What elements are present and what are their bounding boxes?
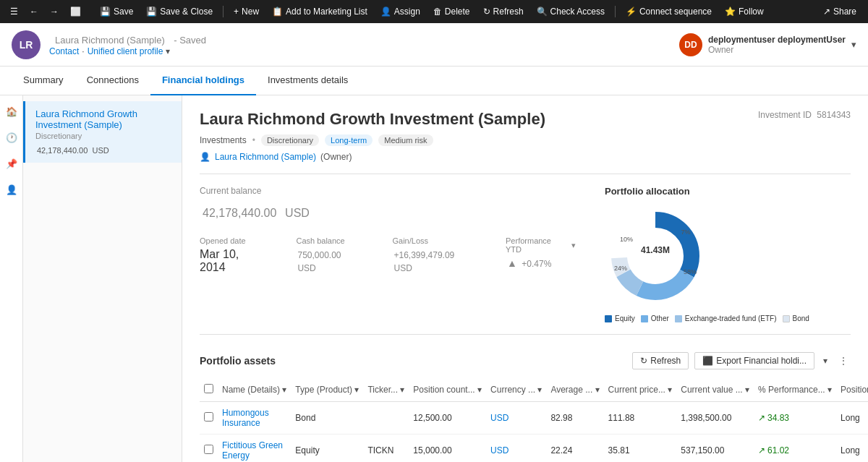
tag-medium-risk: Medium risk	[378, 134, 433, 146]
svg-text:41.43M: 41.43M	[641, 245, 670, 255]
toolbar-right: ↗ Share	[817, 4, 862, 20]
assets-table-body: Humongous Insurance Bond 12,500.00 USD 8…	[200, 402, 868, 463]
tab-financial-holdings[interactable]: Financial holdings	[150, 67, 256, 95]
row-position-0: 12,500.00	[409, 402, 486, 435]
metric-cash-balance: Cash balance 750,000.00 USD	[296, 236, 363, 274]
metric-perf-ytd: Performance YTD ▾ ▲ +0.47%	[506, 236, 576, 274]
row-average-1: 22.24	[546, 435, 603, 463]
list-item[interactable]: Laura Richmond Growth Investment (Sample…	[23, 101, 182, 163]
row-checkbox-1[interactable]	[204, 445, 213, 454]
tab-investments-details[interactable]: Investments details	[256, 67, 359, 95]
assets-header: Portfolio assets ↻ Refresh ⬛ Export Fina…	[200, 352, 851, 369]
tab-connections[interactable]: Connections	[75, 67, 150, 95]
tab-summary[interactable]: Summary	[12, 67, 75, 95]
delete-button[interactable]: 🗑 Delete	[427, 4, 476, 20]
chart-section: Portfolio allocation	[605, 186, 851, 322]
col-current-price[interactable]: Current price... ▾	[604, 378, 677, 402]
perf-chevron-icon[interactable]: ▾	[571, 241, 576, 250]
toolbar-separator-2	[615, 6, 616, 17]
col-type[interactable]: Type (Product) ▾	[291, 378, 363, 402]
gain-loss-value: +16,399,479.09 USD	[393, 248, 477, 274]
avatar: LR	[12, 30, 41, 59]
col-checkbox[interactable]	[200, 378, 218, 402]
main-layout: 🏠 🕐 📌 👤 Laura Richmond Growth Investment…	[0, 95, 868, 462]
table-row: Fictitious Green Energy Equity TICKN 15,…	[200, 435, 868, 463]
owner-role: (Owner)	[320, 152, 352, 162]
refresh-button[interactable]: ↻ Refresh	[477, 4, 529, 20]
col-position[interactable]: Position count... ▾	[409, 378, 486, 402]
assets-section: Portfolio assets ↻ Refresh ⬛ Export Fina…	[200, 352, 851, 462]
sort-icon: ▾	[595, 385, 600, 395]
col-position-type[interactable]: Position type... ▾	[836, 378, 868, 402]
row-name-1[interactable]: Fictitious Green Energy	[218, 435, 291, 463]
col-current-value[interactable]: Current value ... ▾	[676, 378, 754, 402]
row-name-0[interactable]: Humongous Insurance	[218, 402, 291, 435]
divider-2	[200, 334, 851, 335]
more-options-icon[interactable]: ⋮	[836, 353, 851, 369]
header-info: Laura Richmond (Sample) - Saved Contact …	[49, 33, 679, 56]
col-currency[interactable]: Currency ... ▾	[486, 378, 546, 402]
perf-arrow-icon: ↗	[758, 445, 765, 455]
check-access-icon: 🔍	[537, 7, 548, 17]
row-currency-0[interactable]: USD	[486, 402, 546, 435]
nav-pinned-icon[interactable]: 📌	[1, 153, 22, 174]
owner-link[interactable]: Laura Richmond (Sample)	[215, 152, 316, 162]
expand-icon[interactable]: ▾	[820, 353, 830, 369]
share-icon: ↗	[823, 7, 830, 17]
row-ticker-1: TICKN	[363, 435, 409, 463]
row-performance-1: ↗ 61.02	[754, 435, 836, 463]
metric-opened-date: Opened date Mar 10, 2014	[200, 236, 267, 274]
assign-button[interactable]: 👤 Assign	[375, 4, 426, 20]
nav-hamburger-icon[interactable]: ☰	[6, 4, 22, 20]
unified-profile-link[interactable]: Unified client profile	[88, 46, 163, 56]
col-performance[interactable]: % Performance... ▾	[754, 378, 836, 402]
share-button[interactable]: ↗ Share	[817, 4, 862, 20]
col-ticker[interactable]: Ticker... ▾	[363, 378, 409, 402]
nav-home-icon[interactable]: 🏠	[1, 101, 22, 121]
nav-recent-icon[interactable]: 🕐	[1, 127, 22, 147]
sort-icon: ▾	[477, 385, 482, 395]
row-checkbox-0[interactable]	[204, 412, 213, 422]
sort-icon: ▾	[400, 385, 404, 395]
nav-back-button[interactable]: ←	[25, 4, 43, 20]
user-info: deploymentuser deploymentUser Owner	[708, 35, 846, 55]
table-header: Name (Details) ▾ Type (Product) ▾ Ticker…	[200, 378, 868, 402]
svg-text:58%: 58%	[684, 268, 697, 275]
row-type-1: Equity	[291, 435, 363, 463]
user-chevron-icon[interactable]: ▾	[851, 39, 856, 50]
sort-icon: ▾	[827, 385, 832, 395]
toolbar: ☰ ← → ⬜ 💾 Save 💾 Save & Close + New 📋 Ad…	[0, 0, 868, 23]
select-all-checkbox[interactable]	[204, 384, 213, 393]
nav-maximize-button[interactable]: ⬜	[66, 4, 85, 20]
row-currency-1[interactable]: USD	[486, 435, 546, 463]
new-button[interactable]: + New	[228, 4, 265, 20]
col-average[interactable]: Average ... ▾	[546, 378, 603, 402]
toolbar-separator-1	[223, 6, 224, 17]
legend-other: Other	[641, 315, 669, 322]
chart-legend: Equity Other Exchange-traded fund (ETF) …	[605, 315, 851, 322]
donut-container: 41.43M 7% 10% 24% 58%	[605, 205, 851, 309]
save-close-button[interactable]: 💾 Save & Close	[140, 4, 218, 20]
connect-sequence-button[interactable]: ⚡ Connect sequence	[620, 4, 718, 20]
save-button[interactable]: 💾 Save	[94, 4, 139, 20]
investment-title-block: Laura Richmond Growth Investment (Sample…	[200, 110, 545, 162]
contact-link[interactable]: Contact	[49, 46, 79, 56]
row-ticker-0	[363, 402, 409, 435]
refresh-assets-icon: ↻	[640, 356, 647, 366]
col-name[interactable]: Name (Details) ▾	[218, 378, 291, 402]
nav-contact-icon[interactable]: 👤	[1, 179, 22, 200]
refresh-assets-button[interactable]: ↻ Refresh	[632, 352, 689, 369]
add-marketing-button[interactable]: 📋 Add to Marketing List	[266, 4, 373, 20]
check-access-button[interactable]: 🔍 Check Access	[531, 4, 610, 20]
chevron-down-icon[interactable]: ▾	[166, 46, 170, 56]
assign-icon: 👤	[380, 7, 391, 17]
svg-text:7%: 7%	[681, 228, 690, 236]
row-current-price-0: 111.88	[604, 402, 677, 435]
follow-button[interactable]: ⭐ Follow	[719, 4, 770, 20]
user-avatar: DD	[679, 33, 702, 56]
investment-title: Laura Richmond Growth Investment (Sample…	[200, 110, 545, 129]
cash-balance-value: 750,000.00 USD	[296, 248, 363, 274]
export-button[interactable]: ⬛ Export Financial holdi...	[694, 352, 814, 369]
row-position-type-1: Long	[836, 435, 868, 463]
nav-forward-button[interactable]: →	[46, 4, 63, 20]
